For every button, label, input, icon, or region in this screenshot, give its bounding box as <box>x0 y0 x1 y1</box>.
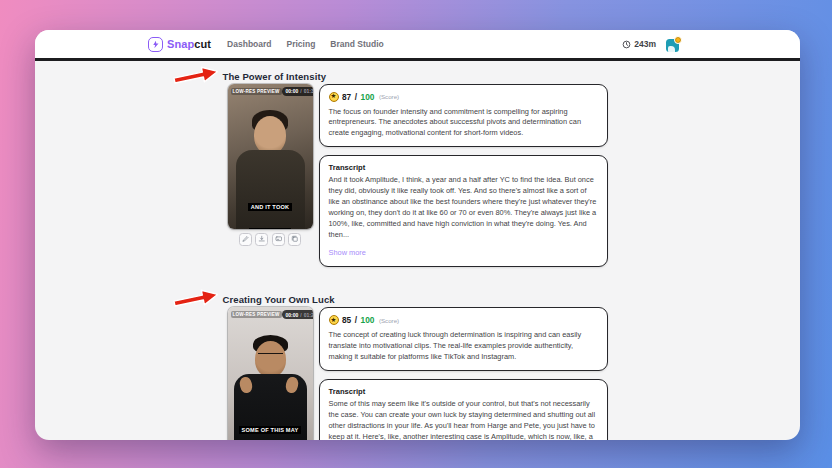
clips-list: The Power of Intensity LOW-RES PREVIEW 0… <box>35 61 800 441</box>
clip-section-2: Creating Your Own Luck LOW-RES PREVIE <box>228 289 608 440</box>
video-timestamp: 00:00/01:26 <box>282 310 313 319</box>
captions-button[interactable] <box>272 233 285 246</box>
nav-link-dashboard[interactable]: Dashboard <box>227 39 271 49</box>
video-preview[interactable]: LOW-RES PREVIEW 00:00/01:26 SOME OF THIS… <box>228 307 313 440</box>
transcript-card: Transcript Some of this may seem like it… <box>319 379 608 440</box>
lightning-bolt-icon <box>148 37 163 52</box>
score-value: 85 <box>342 315 351 325</box>
transcript-card: Transcript And it took Amplitude, I thin… <box>319 155 608 267</box>
red-arrow-annotation <box>171 285 220 314</box>
clock-icon <box>622 40 631 49</box>
user-avatar[interactable] <box>666 37 682 52</box>
score-summary: The concept of creating luck through det… <box>329 330 598 363</box>
clip-title: Creating Your Own Luck <box>223 294 335 305</box>
clip-toolbar <box>228 233 313 246</box>
edit-button[interactable] <box>239 233 252 246</box>
transcript-text: Some of this may seem like it's outside … <box>329 399 598 440</box>
app-window: Snapcut Dashboard Pricing Brand Studio 2… <box>35 30 800 440</box>
score-max: 100 <box>361 92 375 102</box>
video-caption-overlay: SOME OF THIS MAY <box>232 414 309 440</box>
logo[interactable]: Snapcut <box>148 37 211 52</box>
score-label: (Score) <box>379 93 399 100</box>
transcript-heading: Transcript <box>329 163 598 172</box>
medal-star-icon: ★ <box>329 92 339 102</box>
top-navbar: Snapcut Dashboard Pricing Brand Studio 2… <box>35 30 800 58</box>
clip-section-1: The Power of Intensity LOW-RES PREVIEW 0… <box>228 66 608 268</box>
nav-links: Dashboard Pricing Brand Studio <box>227 39 384 49</box>
duplicate-icon <box>291 235 299 243</box>
minutes-remaining: 243m <box>622 39 656 49</box>
red-arrow-annotation <box>171 61 220 90</box>
duplicate-button[interactable] <box>288 233 301 246</box>
score-max: 100 <box>361 315 375 325</box>
low-res-preview-badge: LOW-RES PREVIEW <box>231 311 282 318</box>
transcript-text: And it took Amplitude, I think, a year a… <box>329 175 598 241</box>
nav-link-brand-studio[interactable]: Brand Studio <box>330 39 383 49</box>
download-button[interactable] <box>255 233 268 246</box>
captions-icon <box>275 235 283 243</box>
video-caption-overlay: AND IT TOOK AMPLITUDE, <box>232 191 309 229</box>
logo-text: Snapcut <box>167 38 211 50</box>
score-value: 87 <box>342 92 351 102</box>
notification-badge <box>674 36 682 44</box>
video-timestamp: 00:00/01:32 <box>282 87 313 96</box>
score-label: (Score) <box>379 317 399 324</box>
low-res-preview-badge: LOW-RES PREVIEW <box>231 88 282 95</box>
score-card: ★ 87 / 100 (Score) The focus on founder … <box>319 84 608 148</box>
medal-star-icon: ★ <box>329 315 339 325</box>
score-summary: The focus on founder intensity and commi… <box>329 107 598 140</box>
nav-right: 243m <box>622 37 682 52</box>
show-more-link[interactable]: Show more <box>329 248 366 257</box>
transcript-heading: Transcript <box>329 387 598 396</box>
edit-icon <box>242 235 250 243</box>
video-preview[interactable]: LOW-RES PREVIEW 00:00/01:32 AND IT TOOK … <box>228 84 313 229</box>
score-card: ★ 85 / 100 (Score) The concept of creati… <box>319 307 608 371</box>
clip-title: The Power of Intensity <box>223 71 327 82</box>
nav-link-pricing[interactable]: Pricing <box>287 39 316 49</box>
download-icon <box>258 235 266 243</box>
